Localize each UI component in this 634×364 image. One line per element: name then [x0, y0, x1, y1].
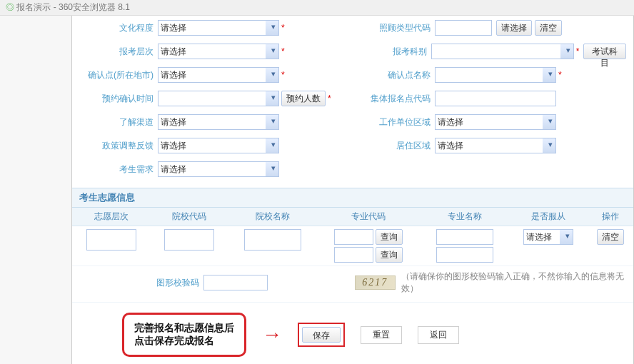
callout-line-2: 点击保存完成报名 — [134, 335, 234, 348]
row-group: 集体报名点代码 — [356, 91, 626, 106]
col-major-code: 专业代码 — [316, 208, 421, 226]
main-panel: 文化程度 请选择 * 照顾类型代码 请选择 清空 报考层次 请选择 * 报考科别… — [71, 16, 634, 364]
label-edu: 文化程度 — [79, 22, 158, 34]
captcha-row: 图形校验码 6217 （请确保你的图形校验码输入正确，不然你输入的信息将无效） — [72, 266, 633, 303]
label-channel: 了解渠道 — [79, 116, 158, 128]
label-subject: 报考科别 — [356, 46, 431, 58]
arrow-icon: → — [262, 323, 282, 346]
select-channel[interactable]: 请选择 — [158, 114, 279, 130]
input-major-name-1[interactable] — [436, 229, 493, 245]
label-confirm: 确认点(所在地市) — [79, 69, 158, 81]
col-school-code: 院校代码 — [150, 208, 228, 226]
input-school-code[interactable] — [164, 229, 214, 251]
col-major-name: 专业名称 — [421, 208, 509, 226]
btn-care-select[interactable]: 请选择 — [496, 20, 532, 36]
label-live: 居住区域 — [356, 140, 435, 152]
input-wish-level[interactable] — [86, 229, 136, 251]
required-mark: * — [558, 70, 562, 80]
label-group: 集体报名点代码 — [356, 93, 435, 105]
col-level: 志愿层次 — [72, 208, 150, 226]
form-grid: 文化程度 请选择 * 照顾类型代码 请选择 清空 报考层次 请选择 * 报考科别… — [72, 16, 633, 188]
browser-icon: ◎ — [6, 2, 14, 12]
col-obey: 是否服从 — [509, 208, 587, 226]
label-confirm-name: 确认点名称 — [356, 69, 435, 81]
label-captcha: 图形校验码 — [79, 277, 203, 289]
select-confirm-name[interactable] — [435, 67, 556, 83]
btn-query-major-2[interactable]: 查询 — [376, 247, 403, 263]
row-work: 工作单位区域 请选择 — [356, 114, 626, 130]
select-demand[interactable]: 请选择 — [158, 161, 279, 177]
select-reserve[interactable] — [158, 91, 279, 106]
row-subject: 报考科别 * 考试科目 — [356, 44, 626, 59]
btn-exam-subjects[interactable]: 考试科目 — [583, 44, 626, 59]
wish-row: 查询 查询 请选择 清空 — [72, 226, 633, 266]
back-button[interactable]: 返回 — [418, 326, 459, 344]
btn-query-major-1[interactable]: 查询 — [376, 229, 403, 245]
required-mark: * — [328, 93, 331, 103]
row-demand: 考生需求 请选择 — [79, 161, 349, 177]
row-level: 报考层次 请选择 * — [79, 44, 349, 59]
select-confirm[interactable]: 请选择 — [158, 67, 279, 83]
select-level[interactable]: 请选择 — [158, 44, 279, 59]
captcha-image[interactable]: 6217 — [355, 275, 395, 290]
wish-header-row: 志愿层次 院校代码 院校名称 专业代码 专业名称 是否服从 操作 — [72, 208, 633, 226]
row-reserve: 预约确认时间 预约人数 * — [79, 91, 349, 106]
label-reserve: 预约确认时间 — [79, 93, 158, 105]
input-care[interactable] — [435, 20, 492, 36]
bottom-actions: 完善报名和志愿信息后 点击保存完成报名 → 保存 重置 返回 — [72, 303, 633, 364]
row-live: 居住区域 请选择 — [356, 138, 626, 153]
input-captcha[interactable] — [203, 275, 268, 290]
callout-line-1: 完善报名和志愿信息后 — [134, 322, 234, 335]
col-school-name: 院校名称 — [228, 208, 317, 226]
btn-wish-clear[interactable]: 清空 — [597, 229, 624, 245]
col-op: 操作 — [587, 208, 633, 226]
row-policy: 政策调整反馈 请选择 — [79, 138, 349, 153]
row-confirm-name: 确认点名称 * — [356, 67, 626, 83]
input-major-name-2[interactable] — [436, 247, 493, 263]
input-group[interactable] — [435, 91, 556, 106]
row-care: 照顾类型代码 请选择 清空 — [356, 20, 626, 36]
row-edu: 文化程度 请选择 * — [79, 20, 349, 36]
label-care: 照顾类型代码 — [356, 22, 435, 34]
select-policy[interactable]: 请选择 — [158, 138, 279, 153]
required-mark: * — [281, 23, 285, 33]
select-live[interactable]: 请选择 — [435, 138, 556, 153]
save-button[interactable]: 保存 — [302, 327, 341, 343]
save-highlight-box: 保存 — [298, 323, 345, 347]
wish-table: 志愿层次 院校代码 院校名称 专业代码 专业名称 是否服从 操作 查询 查询 — [72, 208, 633, 266]
required-mark: * — [281, 70, 285, 80]
row-confirm: 确认点(所在地市) 请选择 * — [79, 67, 349, 83]
label-policy: 政策调整反馈 — [79, 140, 158, 152]
btn-care-clear[interactable]: 清空 — [535, 20, 562, 36]
label-work: 工作单位区域 — [356, 116, 435, 128]
reset-button[interactable]: 重置 — [361, 326, 402, 344]
instruction-callout: 完善报名和志愿信息后 点击保存完成报名 — [122, 313, 246, 357]
select-obey[interactable]: 请选择 — [523, 229, 573, 245]
row-channel: 了解渠道 请选择 — [79, 114, 349, 130]
wish-section-title: 考生志愿信息 — [72, 188, 633, 208]
label-level: 报考层次 — [79, 46, 158, 58]
browser-title-bar: ◎ 报名演示 - 360安全浏览器 8.1 — [0, 0, 634, 16]
select-subject[interactable] — [431, 44, 574, 59]
window-title-text: 报名演示 - 360安全浏览器 8.1 — [16, 2, 130, 12]
select-edu[interactable]: 请选择 — [158, 20, 279, 36]
btn-reserve-count[interactable]: 预约人数 — [281, 91, 326, 106]
required-mark: * — [281, 46, 285, 56]
required-mark: * — [576, 46, 580, 56]
captcha-hint: （请确保你的图形校验码输入正确，不然你输入的信息将无效） — [401, 271, 626, 295]
input-major-code-1[interactable] — [334, 229, 373, 245]
label-demand: 考生需求 — [79, 163, 158, 176]
select-work[interactable]: 请选择 — [435, 114, 556, 130]
input-school-name[interactable] — [244, 229, 301, 251]
input-major-code-2[interactable] — [334, 247, 373, 263]
